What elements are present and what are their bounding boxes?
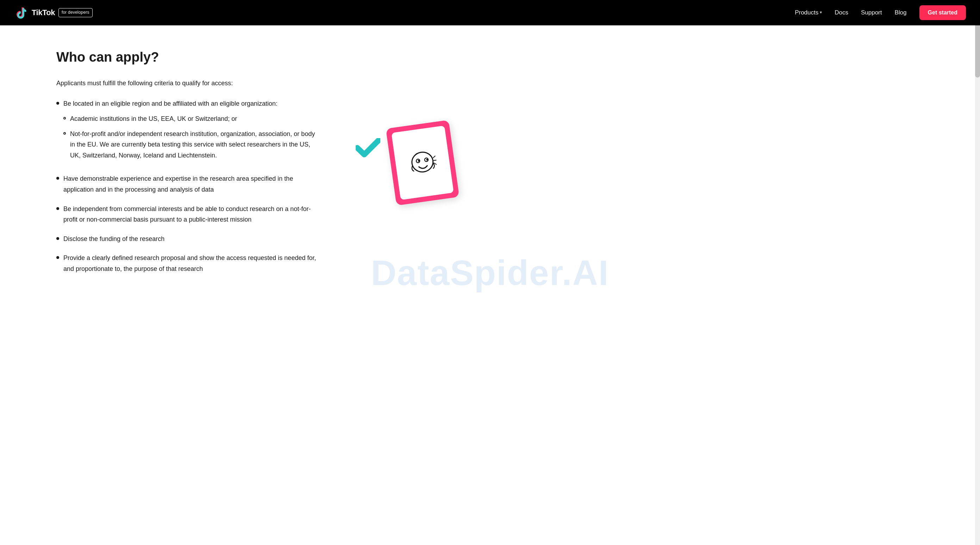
- navbar-nav: Products ▾ Docs Support Blog Get started: [795, 5, 966, 20]
- tiktok-wordmark: TikTok: [32, 6, 55, 19]
- list-item-content: Be independent from commercial interests…: [64, 204, 317, 225]
- nav-support-label: Support: [861, 8, 882, 17]
- list-item: Be independent from commercial interests…: [56, 204, 317, 225]
- illustration-section: [338, 46, 479, 216]
- list-item: Be located in an eligible region and be …: [56, 98, 317, 165]
- text-section: Who can apply? Applicants must fulfill t…: [56, 46, 317, 283]
- list-item-text: Be located in an eligible region and be …: [64, 100, 277, 107]
- nav-docs-label: Docs: [835, 8, 848, 17]
- sub-bullet-icon: [64, 117, 66, 120]
- nav-docs[interactable]: Docs: [835, 8, 848, 17]
- get-started-button[interactable]: Get started: [920, 5, 966, 20]
- list-item: Provide a clearly defined research propo…: [56, 253, 317, 274]
- checkmark-icon: [356, 138, 380, 158]
- list-item-content: Be located in an eligible region and be …: [64, 98, 317, 165]
- list-item-content: Have demonstrable experience and experti…: [64, 173, 317, 195]
- chevron-down-icon: ▾: [820, 9, 822, 16]
- bullet-icon: [56, 102, 59, 105]
- list-item-text: Have demonstrable experience and experti…: [64, 175, 293, 193]
- sub-item-text: Academic institutions in the US, EEA, UK…: [70, 113, 237, 124]
- bullet-icon: [56, 256, 59, 259]
- navbar: TikTok for developers Products ▾ Docs Su…: [0, 0, 980, 25]
- list-item-text: Disclose the funding of the research: [64, 235, 164, 242]
- list-item-text: Provide a clearly defined research propo…: [64, 254, 316, 272]
- sub-item-text: Not-for-profit and/or independent resear…: [70, 129, 317, 161]
- nav-blog-label: Blog: [895, 8, 907, 17]
- list-item: Disclose the funding of the research: [56, 234, 317, 244]
- page-title: Who can apply?: [56, 46, 317, 68]
- intro-paragraph: Applicants must fulfill the following cr…: [56, 78, 317, 89]
- main-content: Who can apply? Applicants must fulfill t…: [0, 25, 493, 304]
- criteria-list: Be located in an eligible region and be …: [56, 98, 317, 274]
- list-item: Have demonstrable experience and experti…: [56, 173, 317, 195]
- list-item: Academic institutions in the US, EEA, UK…: [64, 113, 317, 124]
- logo-area: TikTok for developers: [14, 6, 92, 20]
- tiktok-logo-icon: [14, 6, 28, 20]
- nav-blog[interactable]: Blog: [895, 8, 907, 17]
- bullet-icon: [56, 237, 59, 240]
- phone-card: [386, 120, 460, 206]
- sub-bullet-icon: [64, 132, 66, 135]
- svg-point-0: [410, 151, 434, 173]
- bullet-icon: [56, 207, 59, 210]
- list-item: Not-for-profit and/or independent resear…: [64, 129, 317, 161]
- bullet-icon: [56, 177, 59, 180]
- content-area: Who can apply? Applicants must fulfill t…: [56, 46, 479, 283]
- illustration: [363, 117, 454, 216]
- sub-list: Academic institutions in the US, EEA, UK…: [64, 113, 317, 161]
- doodle-face-icon: [407, 147, 438, 178]
- list-item-content: Disclose the funding of the research: [64, 234, 164, 244]
- list-item-text: Be independent from commercial interests…: [64, 206, 310, 223]
- nav-products-label: Products: [795, 8, 818, 17]
- nav-products[interactable]: Products ▾: [795, 8, 822, 17]
- phone-screen: [391, 126, 453, 200]
- list-item-content: Provide a clearly defined research propo…: [64, 253, 317, 274]
- nav-support[interactable]: Support: [861, 8, 882, 17]
- scrollbar[interactable]: [975, 0, 980, 304]
- for-developers-badge: for developers: [59, 8, 92, 17]
